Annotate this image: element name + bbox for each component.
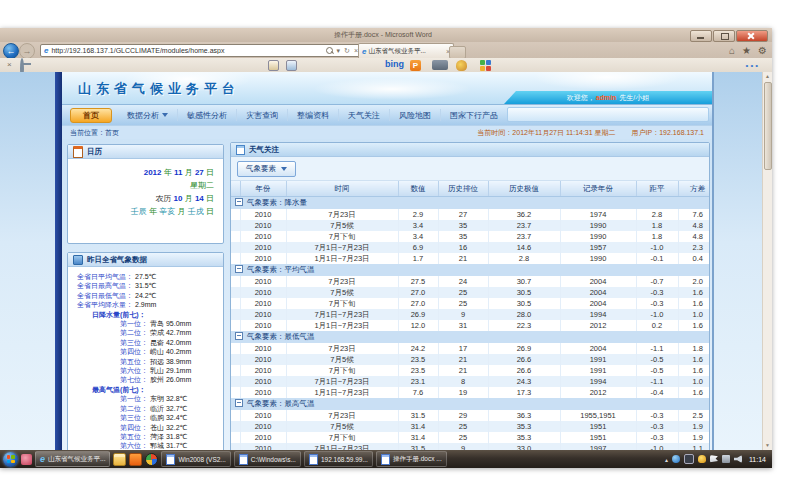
table-row[interactable]: 20107月1日~7月23日26.9928.01994-1.01.0 xyxy=(231,309,709,320)
expand-cell xyxy=(231,410,240,421)
addon-tile-icon[interactable] xyxy=(268,60,279,71)
expand-cell xyxy=(231,443,240,450)
collapse-icon[interactable] xyxy=(235,399,243,407)
collapse-icon[interactable] xyxy=(235,198,243,206)
table-cell: 30.5 xyxy=(488,298,560,309)
table-cell: 23.7 xyxy=(488,220,560,231)
volume-icon[interactable] xyxy=(734,455,742,463)
table-row[interactable]: 20107月下旬31.42535.31951-0.31.9 xyxy=(231,432,709,443)
column-header[interactable]: 数值 xyxy=(398,181,438,197)
addon-mail-icon[interactable] xyxy=(286,60,297,71)
table-cell: 3.4 xyxy=(398,220,438,231)
media-player-icon[interactable] xyxy=(145,453,158,466)
taskbar-window-button-1[interactable]: C:\Windows\s... xyxy=(234,451,301,467)
table-row[interactable]: 20107月5候23.52126.61991-0.51.6 xyxy=(231,354,709,365)
table-cell: 23.7 xyxy=(488,231,560,242)
refresh-icon[interactable]: ↻ xyxy=(344,47,350,55)
search-icon[interactable] xyxy=(326,47,333,54)
action-center-flag-icon[interactable] xyxy=(710,455,718,463)
more-icon[interactable]: ••• xyxy=(746,61,760,70)
taskbar-window-button-3[interactable]: 操作手册.docx ... xyxy=(376,451,447,467)
table-cell: 1991 xyxy=(560,365,636,376)
dropdown-icon[interactable]: ▾ xyxy=(337,47,341,55)
forward-button[interactable]: → xyxy=(19,43,35,59)
stat-value: 2.9mm xyxy=(135,301,156,308)
menu-item-7[interactable]: 国家下行产品 xyxy=(441,109,508,121)
url-text[interactable]: http://192.168.137.1/GLCCLIMATE/modules/… xyxy=(51,47,322,54)
column-header[interactable]: 方差 xyxy=(678,181,709,197)
menu-item-3[interactable]: 灾害查询 xyxy=(237,109,288,121)
assistant-icon[interactable] xyxy=(456,60,467,71)
pinned-app-icon[interactable] xyxy=(21,454,32,465)
table-row[interactable]: 20107月23日24.21726.92004-1.11.8 xyxy=(231,343,709,354)
table-cell: 4.8 xyxy=(678,231,709,242)
ime-icon[interactable] xyxy=(684,454,694,464)
network-status-icon[interactable] xyxy=(722,455,730,463)
table-row[interactable]: 20107月23日2.92736.219742.87.6 xyxy=(231,209,709,220)
table-row[interactable]: 20107月1日~7月23日31.5933.01997-1.01.1 xyxy=(231,443,709,450)
update-icon[interactable] xyxy=(698,455,706,463)
taskbar-window-button-0[interactable]: Win2008 (VS2... xyxy=(161,451,230,467)
collapse-icon[interactable] xyxy=(235,265,243,273)
table-row[interactable]: 20107月下旬27.02530.52004-0.31.6 xyxy=(231,298,709,309)
tray-expand-icon[interactable]: ▴ xyxy=(665,456,668,463)
table-row[interactable]: 20107月5候27.02530.52004-0.31.6 xyxy=(231,287,709,298)
tools-icon[interactable]: ⚙ xyxy=(758,44,767,57)
back-button[interactable]: ← xyxy=(3,43,19,59)
address-bar[interactable]: e http://192.168.137.1/GLCCLIMATE/module… xyxy=(40,44,362,57)
group-row[interactable]: 气象要素：最高气温 xyxy=(231,398,709,410)
column-header[interactable]: 时间 xyxy=(286,181,398,197)
scroll-down-icon[interactable]: ▼ xyxy=(763,441,772,450)
vertical-scrollbar[interactable]: ▲ ▼ xyxy=(762,72,772,450)
column-header[interactable]: 历史排位 xyxy=(438,181,488,197)
table-row[interactable]: 20101月1日~7月23日12.03122.320120.21.6 xyxy=(231,320,709,331)
rank-label: 第二位： xyxy=(120,329,148,336)
column-header[interactable]: 年份 xyxy=(240,181,286,197)
menu-item-5[interactable]: 天气关注 xyxy=(339,109,390,121)
column-header[interactable]: 历史极值 xyxy=(488,181,560,197)
table-row[interactable]: 20107月23日31.52936.31955,1951-0.32.5 xyxy=(231,410,709,421)
ie-taskbar-button[interactable]: e 山东省气候业务平... xyxy=(35,451,110,467)
close-button[interactable] xyxy=(736,30,768,42)
column-header[interactable]: 距平 xyxy=(636,181,678,197)
network-globe-icon[interactable] xyxy=(672,455,680,463)
scrollbar-thumb[interactable] xyxy=(764,82,772,170)
menu-item-1[interactable]: 数据分析 xyxy=(118,109,178,121)
orange-app-icon[interactable] xyxy=(129,453,142,466)
menu-item-2[interactable]: 敏感性分析 xyxy=(178,109,237,121)
table-row[interactable]: 20101月1日~7月23日7.61917.32012-0.41.6 xyxy=(231,387,709,398)
table-row[interactable]: 20107月1日~7月23日23.1824.31994-1.11.0 xyxy=(231,376,709,387)
p-app-icon[interactable]: P xyxy=(410,60,421,71)
table-row[interactable]: 20107月5候3.43523.719901.84.8 xyxy=(231,220,709,231)
taskbar-window-button-2[interactable]: 192.168.59.99... xyxy=(304,451,373,467)
menu-item-0[interactable]: 首页 xyxy=(70,108,112,123)
menu-item-label: 天气关注 xyxy=(348,110,380,121)
menu-item-4[interactable]: 整编资料 xyxy=(288,109,339,121)
browser-tab[interactable]: e 山东省气候业务平... × xyxy=(358,43,454,59)
table-row[interactable]: 20107月1日~7月23日6.91614.61957-1.02.3 xyxy=(231,242,709,253)
findbar-close-icon[interactable]: × xyxy=(7,60,12,70)
table-row[interactable]: 20107月下旬3.43523.719901.84.8 xyxy=(231,231,709,242)
favorites-icon[interactable]: ★ xyxy=(742,44,751,57)
home-icon[interactable]: ⌂ xyxy=(729,44,735,57)
start-button[interactable] xyxy=(3,452,18,467)
collapse-icon[interactable] xyxy=(235,332,243,340)
menu-item-6[interactable]: 风险地图 xyxy=(390,109,441,121)
explorer-folder-icon[interactable] xyxy=(113,453,126,466)
element-dropdown-button[interactable]: 气象要素 xyxy=(237,161,296,177)
scroll-up-icon[interactable]: ▲ xyxy=(763,72,772,81)
bing-logo[interactable]: bing xyxy=(385,59,404,69)
camera-icon[interactable] xyxy=(432,60,448,70)
group-row[interactable]: 气象要素：平均气温 xyxy=(231,264,709,276)
group-row[interactable]: 气象要素：最低气温 xyxy=(231,331,709,343)
minimize-button[interactable] xyxy=(690,30,712,42)
table-cell: 2010 xyxy=(240,365,286,376)
table-row[interactable]: 20107月下旬23.52126.61991-0.51.6 xyxy=(231,365,709,376)
group-row[interactable]: 气象要素：降水量 xyxy=(231,197,709,210)
table-row[interactable]: 20107月23日27.52430.72004-0.72.0 xyxy=(231,276,709,287)
table-row[interactable]: 20101月1日~7月23日1.7212.81990-0.10.4 xyxy=(231,253,709,264)
table-row[interactable]: 20107月5候31.42535.31951-0.31.9 xyxy=(231,421,709,432)
maximize-button[interactable] xyxy=(713,30,735,42)
column-header[interactable]: 记录年份 xyxy=(560,181,636,197)
grid-app-icon[interactable] xyxy=(480,60,491,71)
